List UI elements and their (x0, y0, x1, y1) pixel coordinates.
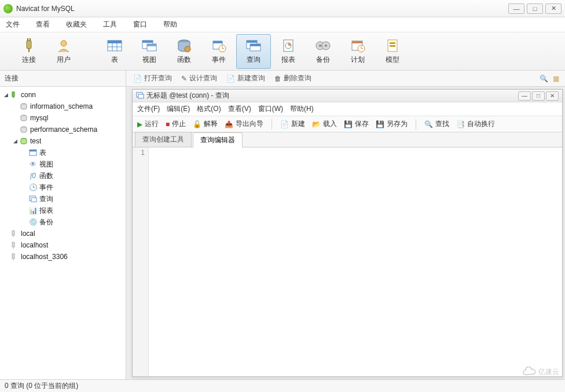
tab-query-builder[interactable]: 查询创建工具 (135, 132, 192, 147)
tree-localhost-3306[interactable]: localhost_3306 (0, 251, 126, 262)
tree-db-information-schema[interactable]: information_schema (0, 101, 126, 112)
report-small-icon: 📊 (28, 206, 38, 215)
load-label: 载入 (323, 119, 337, 129)
tree-test-tables[interactable]: 表 (0, 147, 126, 158)
tree-db-mysql[interactable]: mysql (0, 112, 126, 124)
svg-rect-37 (390, 42, 395, 44)
tree-test-backups[interactable]: 💿备份 (0, 216, 126, 228)
toolbar-schedule[interactable]: 计划 (340, 34, 375, 69)
minimize-button[interactable]: — (508, 3, 524, 14)
tree-test-queries[interactable]: 查询 (0, 193, 126, 205)
design-query-button[interactable]: ✎设计查询 (181, 73, 217, 83)
toolbar-event-label: 事件 (212, 55, 226, 65)
menu-window[interactable]: 窗口 (133, 20, 147, 29)
inner-minimize-button[interactable]: — (518, 91, 531, 101)
stop-button[interactable]: ■停止 (164, 119, 187, 129)
toolbar-backup-label: 备份 (316, 55, 330, 65)
toolbar-report[interactable]: 报表 (271, 34, 306, 69)
maximize-button[interactable]: □ (527, 3, 543, 14)
grid-view-icon[interactable]: ▦ (553, 75, 559, 83)
open-query-button[interactable]: 📄打开查询 (133, 73, 172, 83)
delete-query-label: 删除查询 (284, 73, 311, 83)
qmenu-view[interactable]: 查看(V) (228, 104, 251, 114)
tree-test-events[interactable]: 🕒事件 (0, 182, 126, 193)
query-icon (244, 38, 263, 54)
wrap-label: 自动换行 (467, 119, 495, 129)
run-button[interactable]: ▶运行 (136, 119, 160, 129)
tree-item-label: 查询 (38, 194, 53, 204)
find-button[interactable]: 🔍查找 (423, 119, 450, 129)
tree-test-views[interactable]: 👁视图 (0, 158, 126, 170)
open-query-icon: 📄 (133, 75, 142, 83)
menu-help[interactable]: 帮助 (163, 20, 177, 29)
query-actions: 📄打开查询 ✎设计查询 📄新建查询 🗑删除查询 (126, 73, 540, 83)
tree-test-reports[interactable]: 📊报表 (0, 205, 126, 216)
tree-db-test[interactable]: ◢ test (0, 135, 126, 147)
export-label: 导出向导 (236, 119, 263, 129)
tree-local[interactable]: local (0, 228, 126, 239)
menu-view[interactable]: 查看 (36, 20, 50, 29)
toolbar-connect-label: 连接 (22, 55, 36, 65)
saveas-label: 另存为 (387, 119, 408, 129)
tree-localhost[interactable]: localhost (0, 239, 126, 251)
expand-icon[interactable]: ◢ (2, 92, 9, 98)
expand-icon[interactable]: ◢ (12, 138, 19, 144)
saveas-button[interactable]: 💾另存为 (375, 119, 409, 129)
wrap-icon: 📑 (456, 120, 465, 128)
connection-tree[interactable]: ◢ conn information_schema mysql performa… (0, 87, 126, 379)
toolbar-query[interactable]: 查询 (236, 34, 271, 69)
new-query-button[interactable]: 📄新建查询 (226, 73, 265, 83)
status-text: 0 查询 (0 位于当前的组) (5, 381, 78, 391)
toolbar-model[interactable]: 模型 (375, 34, 410, 69)
tree-db-performance-schema[interactable]: performance_schema (0, 124, 126, 135)
design-query-label: 设计查询 (189, 73, 217, 83)
qmenu-window[interactable]: 窗口(W) (258, 104, 283, 114)
tab-query-editor[interactable]: 查询编辑器 (193, 132, 243, 147)
toolbar-event[interactable]: 事件 (201, 34, 236, 69)
qmenu-format[interactable]: 格式(O) (197, 104, 221, 114)
svg-rect-48 (31, 198, 36, 202)
toolbar-function-label: 函数 (177, 55, 191, 65)
export-wizard-button[interactable]: 📤导出向导 (223, 119, 265, 129)
toolbar-user[interactable]: 用户 (46, 34, 81, 69)
tree-conn[interactable]: ◢ conn (0, 89, 126, 101)
inner-close-button[interactable]: ✕ (546, 91, 559, 101)
menu-file[interactable]: 文件 (6, 20, 20, 29)
load-button[interactable]: 📂载入 (311, 119, 338, 129)
sql-textarea[interactable] (149, 147, 562, 376)
tree-db-label: mysql (29, 114, 48, 122)
toolbar-backup[interactable]: 备份 (306, 34, 340, 69)
query-small-icon (28, 195, 38, 202)
sql-editor: 1 (133, 147, 562, 376)
delete-query-button[interactable]: 🗑删除查询 (274, 73, 311, 83)
qmenu-file[interactable]: 文件(F) (137, 104, 160, 114)
svg-rect-56 (138, 94, 144, 98)
open-query-label: 打开查询 (144, 73, 172, 83)
qmenu-edit[interactable]: 编辑(E) (167, 104, 190, 114)
inner-maximize-button[interactable]: □ (532, 91, 545, 101)
tree-conn-label: localhost (20, 241, 48, 249)
close-button[interactable]: ✕ (545, 3, 562, 14)
editor-gutter: 1 (133, 147, 149, 376)
toolbar-function[interactable]: 函数 (167, 34, 201, 69)
toolbar-connect[interactable]: 连接 (12, 34, 46, 69)
function-small-icon: f0 (28, 172, 38, 180)
toolbar-view[interactable]: 视图 (132, 34, 167, 69)
svg-rect-0 (27, 40, 31, 49)
qmenu-help[interactable]: 帮助(H) (290, 104, 314, 114)
svg-point-30 (325, 45, 327, 47)
new-button[interactable]: 📄新建 (279, 119, 306, 129)
query-tabs: 查询创建工具 查询编辑器 (133, 132, 562, 147)
query-window-titlebar: 无标题 @test (conn) - 查询 — □ ✕ (133, 90, 562, 102)
explain-button[interactable]: 🔓解释 (192, 119, 219, 129)
wrap-button[interactable]: 📑自动换行 (455, 119, 496, 129)
tree-test-functions[interactable]: f0函数 (0, 170, 126, 182)
search-icon[interactable]: 🔍 (540, 75, 548, 83)
main-area: 无标题 @test (conn) - 查询 — □ ✕ 文件(F) 编辑(E) … (126, 87, 565, 379)
menu-favorites[interactable]: 收藏夹 (66, 20, 87, 29)
menu-tools[interactable]: 工具 (103, 20, 117, 29)
save-button[interactable]: 💾保存 (343, 119, 370, 129)
toolbar-table[interactable]: 表 (97, 34, 132, 69)
new-label: 新建 (291, 119, 305, 129)
app-icon (3, 4, 13, 13)
